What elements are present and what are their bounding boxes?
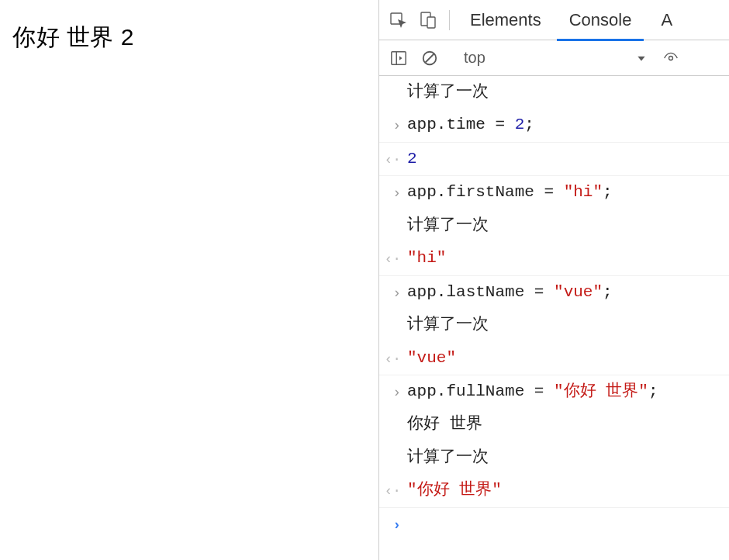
console-row: ›app.firstName = "hi"; [379, 176, 729, 209]
input-caret-icon: › [379, 281, 407, 303]
result-caret-icon: ‹· [379, 479, 407, 501]
svg-point-7 [669, 56, 673, 60]
execution-context-label: top [464, 49, 485, 67]
svg-rect-2 [427, 17, 435, 28]
console-toolbar: top [379, 40, 729, 76]
log-gutter [379, 413, 407, 415]
result-caret-icon: ‹· [379, 147, 407, 170]
input-caret-icon: › [379, 181, 407, 203]
code-token: ; [603, 283, 613, 301]
input-caret-icon: › [379, 380, 407, 403]
console-log-text: 计算了一次 [407, 313, 729, 337]
console-input-expression: app.fullName = "你好 世界"; [407, 380, 729, 403]
console-result-value: "vue" [407, 347, 729, 370]
log-gutter [379, 214, 407, 216]
code-token: = [524, 283, 554, 301]
app-root: 你好 世界 2 Elements Console [0, 0, 729, 560]
result-caret-icon: ‹· [379, 247, 407, 269]
tab-console-label: Console [569, 10, 632, 30]
console-log-text: 计算了一次 [407, 81, 729, 104]
code-token: . [437, 116, 447, 133]
console-log-text: 计算了一次 [407, 446, 729, 469]
console-row: 你好 世界 [379, 408, 729, 441]
log-gutter [379, 81, 407, 83]
console-row: 计算了一次 [379, 309, 729, 341]
console-row: › [379, 508, 729, 541]
code-token: ; [648, 382, 658, 400]
devtools-panel: Elements Console A [378, 0, 729, 560]
chevron-down-icon [636, 53, 647, 64]
prompt-caret-icon: › [379, 513, 407, 535]
code-token: = [524, 382, 554, 400]
clear-console-icon[interactable] [416, 45, 443, 71]
result-caret-icon: ‹· [379, 347, 407, 369]
log-gutter [379, 446, 407, 448]
code-token: app [407, 116, 437, 133]
console-input-expression: app.firstName = "hi"; [407, 181, 729, 204]
code-token: . [437, 183, 447, 201]
code-token: app [407, 283, 437, 301]
console-output[interactable]: 计算了一次›app.time = 2;‹·2›app.firstName = "… [379, 76, 729, 560]
console-log-text: 计算了一次 [407, 214, 729, 237]
code-token: fullName [446, 382, 524, 400]
console-row: ›app.lastName = "vue"; [379, 276, 729, 309]
code-token: app [407, 183, 437, 201]
console-log-text: 你好 世界 [407, 413, 729, 436]
code-token: "vue" [554, 283, 603, 301]
console-row: 计算了一次 [379, 76, 729, 109]
inspect-element-icon[interactable] [385, 7, 412, 33]
console-prompt-input[interactable] [407, 513, 729, 536]
console-row: ‹·"hi" [379, 242, 729, 275]
code-token: ; [524, 116, 534, 133]
device-toggle-icon[interactable] [415, 7, 441, 33]
code-token: 2 [407, 150, 417, 168]
code-token: "hi" [407, 249, 446, 267]
console-result-value: 2 [407, 147, 729, 171]
code-token: "hi" [564, 183, 603, 201]
code-token: = [485, 116, 515, 133]
code-token: "你好 世界" [554, 382, 648, 400]
filter-eye-icon[interactable] [663, 45, 679, 71]
code-token: lastName [446, 283, 524, 301]
log-gutter [379, 313, 407, 316]
code-token: firstName [446, 183, 534, 201]
svg-line-6 [426, 54, 434, 62]
code-token: "你好 世界" [407, 481, 502, 499]
code-token: "vue" [407, 349, 456, 367]
console-row: ‹·"vue" [379, 342, 729, 375]
tab-elements-label: Elements [470, 10, 541, 30]
tab-console[interactable]: Console [557, 0, 644, 40]
tab-partial-label: A [661, 10, 672, 30]
code-token: 2 [515, 116, 525, 133]
console-sidebar-toggle-icon[interactable] [385, 45, 412, 71]
tabbar-separator [449, 10, 450, 30]
console-input-expression: app.time = 2; [407, 113, 729, 137]
svg-rect-3 [392, 51, 406, 64]
console-row: ‹·2 [379, 143, 729, 176]
code-token: . [437, 382, 447, 400]
input-caret-icon: › [379, 113, 407, 136]
console-result-value: "你好 世界" [407, 479, 729, 502]
execution-context-selector[interactable]: top [452, 47, 654, 70]
console-row: ›app.fullName = "你好 世界"; [379, 375, 729, 408]
code-token: app [407, 382, 437, 400]
code-token: . [437, 283, 447, 301]
code-token: time [446, 116, 485, 133]
page-main-text: 你好 世界 2 [12, 22, 366, 54]
tab-elements[interactable]: Elements [458, 0, 554, 40]
console-row: 计算了一次 [379, 209, 729, 242]
console-result-value: "hi" [407, 247, 729, 270]
code-token: ; [603, 183, 613, 201]
console-row: 计算了一次 [379, 441, 729, 474]
code-token: = [534, 183, 564, 201]
tab-partial[interactable]: A [647, 0, 672, 40]
page-viewport: 你好 世界 2 [0, 0, 378, 560]
console-row: ›app.time = 2; [379, 109, 729, 142]
devtools-tabbar: Elements Console A [379, 0, 729, 40]
console-input-expression: app.lastName = "vue"; [407, 281, 729, 304]
console-row: ‹·"你好 世界" [379, 474, 729, 507]
